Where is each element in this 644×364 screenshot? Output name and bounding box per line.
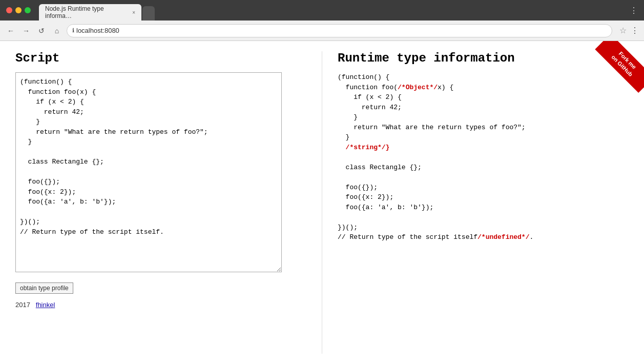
footer-author-link[interactable]: fhinkel — [36, 301, 55, 309]
maximize-traffic-light[interactable] — [25, 7, 31, 13]
titlebar-menu-icon[interactable]: ⋮ — [630, 6, 638, 15]
fork-ribbon-label[interactable]: Fork meon GitHub — [595, 41, 644, 93]
script-editor[interactable]: (function() { function foo(x) { if (x < … — [15, 72, 282, 272]
tab-title: Node.js Runtime type informa… — [45, 5, 126, 19]
left-panel: Script (function() { function foo(x) { i… — [15, 51, 322, 354]
runtime-code-output: (function() { function foo(/*Object*/x) … — [338, 72, 629, 242]
script-panel-title: Script — [15, 51, 306, 65]
close-traffic-light[interactable] — [6, 7, 12, 13]
tab-close-button[interactable]: × — [132, 10, 135, 15]
inactive-tab[interactable] — [142, 6, 155, 21]
browser-menu-icon[interactable]: ⋮ — [631, 26, 639, 35]
right-panel: Fork meon GitHub Runtime type informatio… — [322, 51, 629, 354]
traffic-lights — [6, 7, 31, 13]
fork-ribbon[interactable]: Fork meon GitHub — [588, 41, 644, 97]
titlebar: Node.js Runtime type informa… × ⋮ — [0, 0, 644, 21]
active-tab[interactable]: Node.js Runtime type informa… × — [39, 4, 141, 21]
back-button[interactable]: ← — [5, 25, 16, 36]
lock-icon: ℹ — [72, 27, 74, 34]
forward-button[interactable]: → — [20, 25, 32, 36]
content-area: Script (function() { function foo(x) { i… — [0, 41, 644, 364]
bookmark-icon[interactable]: ☆ — [619, 26, 627, 35]
home-button[interactable]: ⌂ — [51, 25, 63, 36]
footer: 2017 fhinkel — [15, 301, 306, 309]
tabs-area: Node.js Runtime type informa… × — [39, 0, 155, 21]
runtime-panel-title: Runtime type information — [338, 51, 629, 65]
obtain-type-profile-button[interactable]: obtain type profile — [15, 282, 73, 294]
addressbar: ← → ↺ ⌂ ℹ localhost:8080 ☆ ⋮ — [0, 21, 644, 41]
minimize-traffic-light[interactable] — [15, 7, 22, 13]
browser-content: Script (function() { function foo(x) { i… — [0, 41, 644, 364]
address-bar[interactable]: ℹ localhost:8080 — [67, 24, 612, 37]
reload-button[interactable]: ↺ — [36, 25, 47, 36]
button-row: obtain type profile — [15, 274, 306, 294]
url-text: localhost:8080 — [76, 27, 119, 34]
footer-year: 2017 — [15, 301, 30, 309]
